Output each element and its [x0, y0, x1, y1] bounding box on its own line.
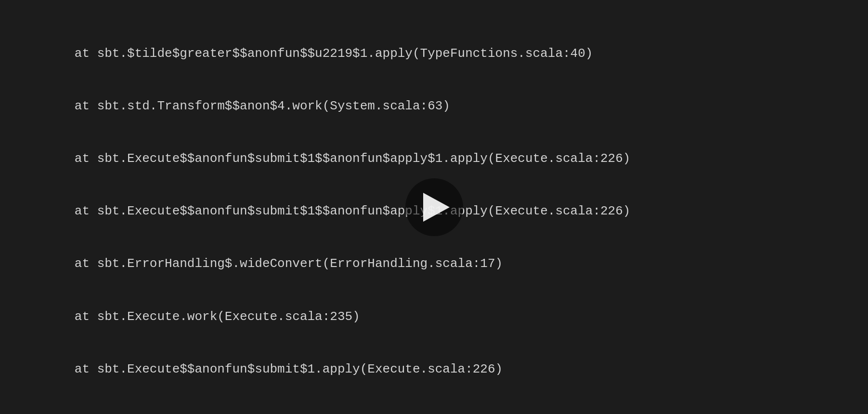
stack-line-6: at sbt.Execute.work(Execute.scala:235) [14, 308, 854, 325]
stack-line-2: at sbt.std.Transform$$anon$4.work(System… [14, 97, 854, 115]
play-button[interactable] [405, 178, 463, 236]
play-icon [423, 193, 450, 222]
stack-line-5: at sbt.ErrorHandling$.wideConvert(ErrorH… [14, 255, 854, 272]
stack-line-7: at sbt.Execute$$anonfun$submit$1.apply(E… [14, 361, 854, 378]
terminal: at sbt.$tilde$greater$$anonfun$$u2219$1.… [0, 0, 868, 414]
stack-line-1: at sbt.$tilde$greater$$anonfun$$u2219$1.… [14, 45, 854, 62]
stack-line-3: at sbt.Execute$$anonfun$submit$1$$anonfu… [14, 150, 854, 167]
